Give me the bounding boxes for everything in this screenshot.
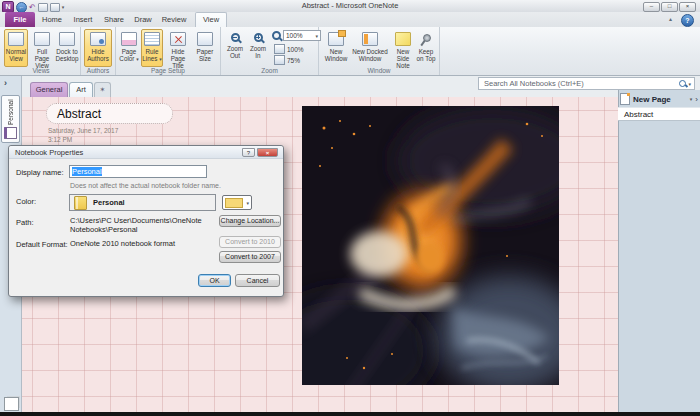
unfiled-notes-icon[interactable] [4,397,19,411]
tab-insert[interactable]: Insert [68,12,98,27]
full-page-view-button[interactable]: Full Page View [29,29,55,67]
page-list-item[interactable]: Abstract [618,107,700,121]
normal-view-button[interactable]: Normal View [4,29,28,67]
help-icon[interactable]: ? [681,14,694,27]
zoom-out-icon [231,33,240,42]
qat-dropdown-icon[interactable]: ▾ [62,4,65,10]
window-title: Abstract - Microsoft OneNote [0,1,700,10]
bottom-edge [0,412,700,416]
notebook-color-preview: Personal [69,194,216,211]
rule-lines-button[interactable]: Rule Lines ▾ [141,29,163,67]
new-window-icon [328,32,344,46]
notebook-tab-label: Personal [7,99,14,125]
color-label: Color: [16,197,36,206]
zoom-75-icon [274,55,285,65]
section-tab-art[interactable]: Art [69,82,93,97]
group-window: New Window New Docked Window New Side No… [319,27,440,75]
minimize-button[interactable]: – [643,2,660,12]
display-name-input[interactable]: Personal [69,165,207,178]
undo-icon[interactable]: ↶ [29,3,36,12]
tab-share[interactable]: Share [100,12,128,27]
page-title-box[interactable]: Abstract [46,103,173,124]
hide-page-title-button[interactable]: Hide Page Title [164,29,192,67]
notebook-icon [4,127,17,139]
new-page-icon [620,93,630,105]
display-name-note: Does not affect the actual notebook fold… [70,182,221,189]
new-page-dropdown-icon[interactable]: ▾ [690,96,693,102]
group-label-views: Views [2,67,80,74]
group-authors: Hide Authors Authors [81,27,116,75]
group-label-zoom: Zoom [221,67,318,74]
maximize-button[interactable]: □ [661,2,678,12]
dialog-help-icon[interactable]: ? [242,148,255,157]
collapse-ribbon-icon[interactable]: ▴ [669,15,672,22]
convert-to-2007-button[interactable]: Convert to 2007 [219,251,281,263]
paper-size-button[interactable]: Paper Size [193,29,217,67]
full-page-view-icon [34,32,50,46]
dock-to-desktop-button[interactable]: Dock to Desktop [55,29,79,67]
new-page-header[interactable]: New Page ▾ › [620,92,698,106]
new-section-icon: ✶ [100,86,106,93]
abstract-artwork[interactable] [302,106,559,385]
new-docked-window-button[interactable]: New Docked Window [351,29,389,67]
keep-on-top-icon [418,32,434,46]
zoom-combo-dropdown-icon: ▾ [315,33,318,39]
zoom-combo[interactable]: 100% ▾ [272,30,321,41]
tab-draw[interactable]: Draw [130,12,156,27]
page-color-button[interactable]: Page Color ▾ [118,29,140,67]
rule-lines-dropdown-icon: ▾ [159,56,162,62]
tab-home[interactable]: Home [38,12,66,27]
zoom-75-button[interactable]: 75% [274,55,300,65]
search-input[interactable] [482,78,679,89]
keep-on-top-button[interactable]: Keep on Top [415,29,437,67]
new-side-note-button[interactable]: New Side Note [390,29,416,67]
notebook-tab-personal[interactable]: Personal [1,95,20,143]
onenote-window: Abstract - Microsoft OneNote N ← ↶ ▾ – □… [0,0,700,416]
ok-button[interactable]: OK [198,274,231,287]
normal-view-icon [8,32,24,46]
close-button[interactable]: × [679,2,696,12]
change-location-button[interactable]: Change Location... [219,215,281,227]
page-time: 3:12 PM [48,136,72,143]
section-tab-general[interactable]: General [30,82,68,97]
expand-nav-icon[interactable]: › [4,78,7,88]
default-format-label: Default Format: [16,240,68,249]
zoom-in-button[interactable]: Zoom In [247,29,269,67]
new-section-tab[interactable]: ✶ [94,82,111,97]
group-zoom: Zoom Out Zoom In 100% ▾ 100% 75% Zoom [221,27,319,75]
search-box[interactable]: ▾ [478,77,695,90]
window-controls: – □ × [643,2,696,12]
ribbon-tab-row: File Home Insert Share Draw Review View … [0,12,700,27]
path-value-line2: Notebooks\Personal [70,225,138,234]
tab-file[interactable]: File [5,12,35,27]
page-date: Saturday, June 17, 2017 [48,127,118,134]
color-dropdown[interactable]: ▾ [222,195,252,210]
back-icon[interactable]: ← [16,2,27,13]
zoom-out-button[interactable]: Zoom Out [224,29,246,67]
zoom-100-icon [274,44,285,54]
path-label: Path: [16,218,34,227]
dialog-close-icon[interactable]: × [257,148,278,157]
dock-to-desktop-icon [59,32,75,46]
zoom-100-button[interactable]: 100% [274,44,304,54]
ribbon: Normal View Full Page View Dock to Deskt… [0,27,700,76]
hide-authors-icon [90,32,106,46]
full-page-shortcut-icon[interactable] [50,3,60,12]
tab-view[interactable]: View [195,12,227,28]
dock-shortcut-icon[interactable] [38,3,48,12]
tab-review[interactable]: Review [158,12,190,27]
hide-authors-button[interactable]: Hide Authors [84,29,112,67]
rule-lines-icon [144,32,160,46]
page-list-panel [618,90,700,412]
new-window-button[interactable]: New Window [322,29,350,67]
cancel-button[interactable]: Cancel [235,274,280,287]
display-name-label: Display name: [16,168,64,177]
new-side-note-icon [395,32,411,46]
collapse-panel-icon[interactable]: › [695,95,698,104]
group-label-page-setup: Page Setup [116,67,220,74]
page-color-dropdown-icon: ▾ [136,56,139,62]
color-dropdown-icon: ▾ [246,200,249,206]
path-value-line1: C:\Users\PC User\Documents\OneNote [70,216,202,225]
search-icon [679,80,686,87]
search-dropdown-icon[interactable]: ▾ [688,81,691,87]
